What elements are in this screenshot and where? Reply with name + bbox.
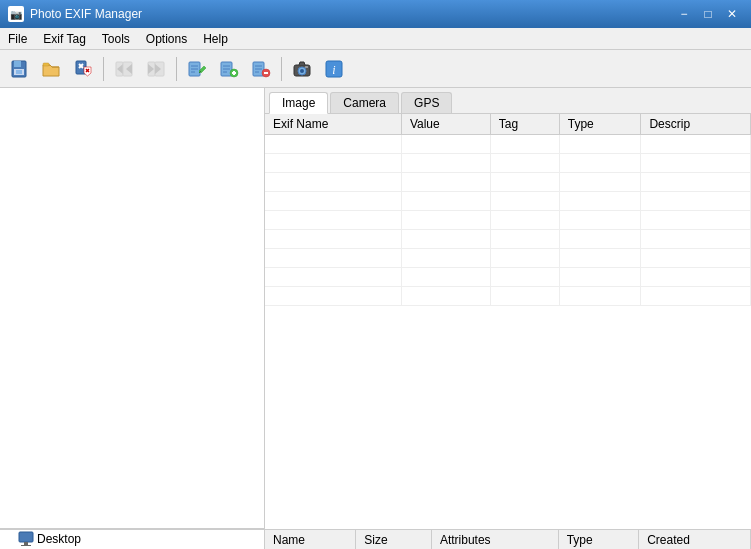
- remove-tag-button[interactable]: [246, 54, 276, 84]
- file-col-created: Created: [639, 530, 751, 549]
- svg-rect-3: [16, 70, 22, 74]
- file-col-name: Name: [265, 530, 356, 549]
- table-row: [265, 135, 751, 154]
- table-row: [265, 287, 751, 306]
- exif-col-name: Exif Name: [265, 114, 401, 135]
- table-row: [265, 230, 751, 249]
- file-tree[interactable]: Desktop ▶ Computer Control Panel ▶: [0, 530, 264, 549]
- exif-col-descrip: Descrip: [641, 114, 751, 135]
- file-list-panel: Name Size Attributes Type Created: [265, 530, 751, 549]
- tab-camera[interactable]: Camera: [330, 92, 399, 113]
- toolbar-separator-3: [281, 57, 282, 81]
- svg-rect-4: [43, 63, 49, 66]
- image-preview: [0, 88, 264, 529]
- exif-col-type: Type: [559, 114, 641, 135]
- image-preview-panel: [0, 88, 265, 529]
- tab-image[interactable]: Image: [269, 92, 328, 114]
- svg-rect-44: [19, 532, 33, 542]
- table-row: [265, 154, 751, 173]
- table-row: [265, 268, 751, 287]
- tree-item-desktop[interactable]: Desktop: [0, 530, 264, 548]
- menu-exif-tag[interactable]: Exif Tag: [35, 28, 93, 49]
- close-button[interactable]: ✕: [721, 4, 743, 24]
- back-button[interactable]: [109, 54, 139, 84]
- title-bar: 📷 Photo EXIF Manager − □ ✕: [0, 0, 751, 28]
- exif-panel: Image Camera GPS Exif Name Value Tag Typ…: [265, 88, 751, 529]
- title-bar-controls: − □ ✕: [673, 4, 743, 24]
- menu-tools[interactable]: Tools: [94, 28, 138, 49]
- toolbar-separator-2: [176, 57, 177, 81]
- maximize-button[interactable]: □: [697, 4, 719, 24]
- minimize-button[interactable]: −: [673, 4, 695, 24]
- file-col-size: Size: [356, 530, 432, 549]
- toolbar-separator-1: [103, 57, 104, 81]
- menu-bar: File Exif Tag Tools Options Help: [0, 28, 751, 50]
- forward-button[interactable]: [141, 54, 171, 84]
- svg-rect-46: [21, 545, 31, 546]
- svg-rect-41: [305, 66, 308, 68]
- desktop-icon: [18, 531, 34, 547]
- file-tree-panel: Desktop ▶ Computer Control Panel ▶: [0, 530, 265, 549]
- menu-options[interactable]: Options: [138, 28, 195, 49]
- tree-label: Desktop: [37, 532, 81, 546]
- menu-help[interactable]: Help: [195, 28, 236, 49]
- table-row: [265, 211, 751, 230]
- camera-button[interactable]: [287, 54, 317, 84]
- svg-rect-45: [24, 542, 28, 545]
- file-col-type: Type: [558, 530, 639, 549]
- exif-col-value: Value: [401, 114, 490, 135]
- menu-file[interactable]: File: [0, 28, 35, 49]
- title-bar-left: 📷 Photo EXIF Manager: [8, 6, 142, 22]
- expand-icon: [4, 532, 18, 546]
- table-row: [265, 192, 751, 211]
- delete-button[interactable]: [68, 54, 98, 84]
- info-button[interactable]: i: [319, 54, 349, 84]
- file-col-attributes: Attributes: [431, 530, 558, 549]
- bottom-area: Desktop ▶ Computer Control Panel ▶: [0, 529, 751, 549]
- svg-rect-1: [14, 61, 21, 67]
- svg-point-40: [300, 69, 304, 73]
- exif-col-tag: Tag: [490, 114, 559, 135]
- svg-text:i: i: [332, 63, 335, 77]
- tab-gps[interactable]: GPS: [401, 92, 452, 113]
- toolbar: i: [0, 50, 751, 88]
- add-tag-button[interactable]: [214, 54, 244, 84]
- tabs-bar: Image Camera GPS: [265, 88, 751, 114]
- save-button[interactable]: [4, 54, 34, 84]
- table-row: [265, 249, 751, 268]
- main-area: Image Camera GPS Exif Name Value Tag Typ…: [0, 88, 751, 529]
- app-icon: 📷: [8, 6, 24, 22]
- table-row: [265, 173, 751, 192]
- edit-tag-button[interactable]: [182, 54, 212, 84]
- window-title: Photo EXIF Manager: [30, 7, 142, 21]
- exif-table: Exif Name Value Tag Type Descrip: [265, 114, 751, 529]
- open-folder-button[interactable]: [36, 54, 66, 84]
